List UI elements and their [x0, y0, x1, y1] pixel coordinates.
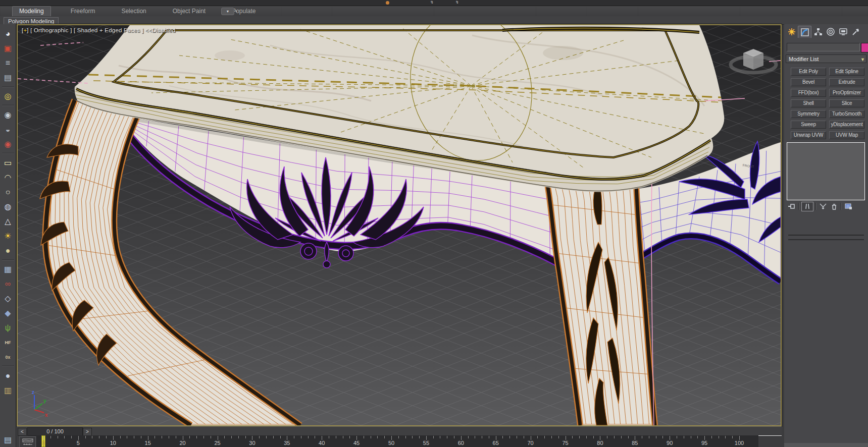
tab-motion[interactable] [824, 26, 837, 37]
ruler-tick [280, 436, 281, 438]
ribbon-tab-object-paint[interactable]: Object Paint [166, 7, 212, 16]
sphere-blue-icon[interactable]: ● [2, 369, 15, 382]
tab-utilities[interactable] [849, 26, 862, 37]
modifier-button-prooptimizer[interactable]: ProOptimizer [829, 89, 864, 97]
next-frame-button[interactable]: > [83, 428, 92, 436]
ruler-tick [43, 436, 44, 440]
tab-display[interactable] [837, 26, 849, 37]
main-toolbar-clipped: ↯ ↯ [0, 0, 868, 6]
material-editor-icon[interactable]: ▣ [2, 42, 15, 55]
modifier-button-bevel[interactable]: Bevel [791, 78, 826, 86]
ruler-tick [635, 436, 635, 440]
object-name-field[interactable] [787, 43, 860, 51]
ruler-tick [315, 436, 315, 438]
dome-light-icon[interactable]: ◠ [2, 171, 15, 184]
ox-icon[interactable]: 0x [2, 351, 15, 364]
modifier-button-ydisplacement[interactable]: yDisplacement [829, 121, 864, 129]
ruler-tick [64, 436, 65, 438]
prev-frame-button[interactable]: < [18, 428, 27, 436]
ribbon-collapse-caret-icon[interactable]: ▾ [235, 9, 237, 14]
chevron-down-icon[interactable]: ▼ [860, 55, 865, 64]
ruler-label-55: 55 [423, 440, 429, 446]
svg-text:z: z [32, 389, 34, 395]
pin-stack-icon[interactable] [787, 203, 796, 210]
mini-curve-editor-button[interactable] [19, 436, 36, 447]
modifier-button-sweep[interactable]: Sweep [791, 121, 826, 129]
show-end-result-icon[interactable] [801, 202, 813, 211]
ribbon-collapse-button[interactable]: ▼ [221, 8, 234, 15]
ruler-tick [412, 436, 413, 438]
scatter-boxes-icon[interactable]: ▦ [2, 263, 15, 276]
walkthrough-icon[interactable]: ◒ [2, 123, 15, 136]
frame-counter-field[interactable]: 0 / 100 [27, 427, 83, 436]
left-toolbar: ◕▣≡▤◎◉◒◉▭◠○◍△☀●▦∞◇◆ψHF0x●▥▤ [0, 24, 16, 447]
ruler-tick [579, 436, 580, 438]
configure-modifier-sets-icon[interactable] [844, 203, 853, 210]
modifier-button-unwrap-uvw[interactable]: Unwrap UVW [791, 131, 826, 139]
tab-hierarchy[interactable] [811, 26, 824, 37]
ruler-tick [266, 436, 267, 438]
light-lister-icon[interactable]: ◎ [2, 90, 15, 103]
ruler-tick [509, 436, 510, 438]
modifier-button-ffd-box-[interactable]: FFD(box) [791, 89, 826, 97]
modifier-button-shell[interactable]: Shell [791, 99, 826, 107]
ruler-tick [426, 436, 427, 440]
ruler-tick [719, 436, 719, 438]
ruler-tick [176, 436, 176, 438]
rock-sphere-icon[interactable]: ◆ [2, 307, 15, 320]
ruler-tick [377, 436, 378, 438]
notes-doc-icon[interactable]: ▤ [2, 433, 15, 446]
hairfarm-icon[interactable]: HF [2, 336, 15, 349]
teapot-wire-icon[interactable]: ◍ [2, 200, 15, 213]
modifier-button-extrude[interactable]: Extrude [829, 78, 864, 86]
ruler-tick [294, 436, 294, 438]
modifier-button-edit-spline[interactable]: Edit Spline [829, 68, 864, 76]
grass-icon[interactable]: ψ [2, 321, 15, 334]
ruler-tick [725, 436, 726, 438]
viewport-canvas[interactable]: FRONT z y x [18, 25, 781, 425]
ruler-tick [329, 436, 329, 438]
ribbon-tab-freeform[interactable]: Freeform [64, 7, 102, 16]
plane-arrows-icon[interactable]: ◇ [2, 292, 15, 305]
modifier-button-slice[interactable]: Slice [829, 99, 864, 107]
exposure-control-icon[interactable]: ▤ [2, 71, 15, 84]
object-color-swatch[interactable] [861, 43, 868, 52]
ruler-tick [544, 436, 545, 438]
ruler-tick [642, 436, 642, 438]
connect-spheres-icon[interactable]: ∞ [2, 277, 15, 291]
ruler-tick [468, 436, 469, 438]
rect-light-icon[interactable]: ▭ [2, 156, 15, 170]
render-teapot-icon[interactable]: ◕ [2, 27, 15, 40]
render-setup-icon[interactable]: ≡ [2, 57, 15, 70]
modifier-button-edit-poly[interactable]: Edit Poly [791, 68, 826, 76]
ruler-tick [454, 436, 454, 438]
camera-icon[interactable]: ◉ [2, 108, 15, 122]
modifier-list-dropdown[interactable]: Modifier List ▼ [786, 54, 866, 63]
make-unique-icon[interactable] [819, 203, 828, 210]
ribbon-tab-selection[interactable]: Selection [115, 7, 152, 16]
viewport-label[interactable]: [+] [ Orthographic ] [ Shaded + Edged Fa… [22, 27, 176, 33]
cone-light-icon[interactable]: △ [2, 215, 15, 228]
viewport-view-menu[interactable]: [ Orthographic ] [30, 27, 72, 33]
modifier-button-turbosmooth[interactable]: TurboSmooth [829, 110, 864, 118]
ruler-tick [349, 436, 350, 438]
ruler-label-100: 100 [735, 440, 744, 446]
sphere-tan-icon[interactable]: ● [2, 244, 15, 257]
sun-icon[interactable]: ☀ [2, 230, 15, 243]
viewport[interactable]: FRONT z y x [+] [ Orthographic ] [ Shade… [17, 24, 782, 426]
ruler-label-90: 90 [667, 440, 673, 446]
image-panels-icon[interactable]: ▥ [2, 384, 15, 397]
ruler-tick [502, 436, 503, 438]
ruler-tick [691, 436, 691, 438]
viewport-shading-menu[interactable]: [ Shaded + Edged Faces ] [74, 27, 143, 33]
sphere-light-icon[interactable]: ○ [2, 186, 15, 199]
tab-modify[interactable] [798, 26, 811, 38]
modifier-button-uvw-map[interactable]: UVW Map [829, 131, 864, 139]
modifier-button-symmetry[interactable]: Symmetry [791, 110, 826, 118]
remove-modifier-icon[interactable] [830, 203, 839, 210]
timeline-ruler[interactable]: 0510152025303540455055606570758085909510… [36, 435, 758, 447]
video-camera-icon[interactable]: ◉ [2, 138, 15, 151]
ribbon-tab-modeling[interactable]: Modeling [12, 6, 51, 16]
modifier-stack-list[interactable] [787, 142, 865, 200]
tab-create[interactable] [785, 26, 798, 37]
